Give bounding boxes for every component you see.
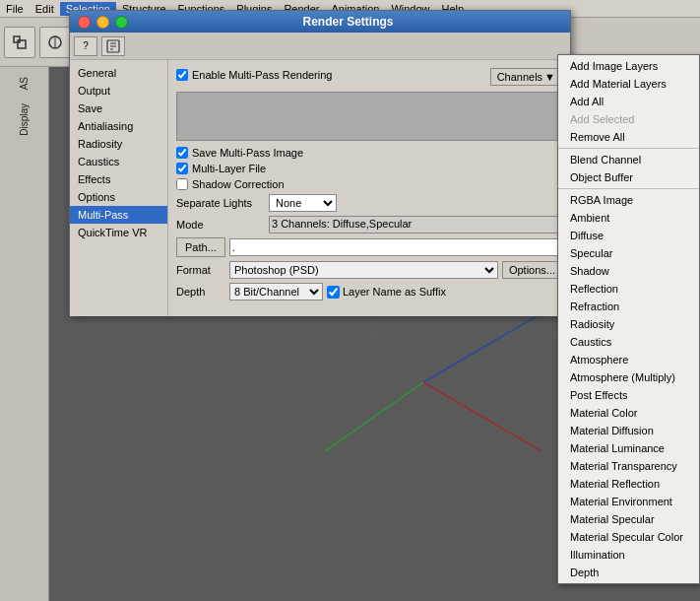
- render-window: Render Settings ? General Output Save An…: [69, 10, 571, 315]
- path-input[interactable]: [229, 238, 562, 256]
- format-row: Format Photoshop (PSD) TIFF PNG JPEG Opt…: [176, 261, 562, 279]
- save-multipass-checkbox[interactable]: [176, 147, 188, 159]
- window-title: Render Settings: [134, 15, 562, 29]
- menu-item-add-all[interactable]: Add All: [558, 93, 699, 110]
- menu-item-blend-channel[interactable]: Blend Channel: [558, 151, 699, 168]
- menu-item-refraction[interactable]: Refraction: [558, 298, 699, 315]
- menu-item-add-selected: Add Selected: [558, 110, 699, 128]
- menu-divider-5: [558, 148, 699, 149]
- nav-output[interactable]: Output: [70, 82, 167, 100]
- menu-item-atmosphere-multiply[interactable]: Atmosphere (Multiply): [558, 368, 699, 386]
- menu-item-add-image-layers[interactable]: Add Image Layers: [558, 57, 699, 75]
- window-body: General Output Save Antialiasing Radiosi…: [70, 60, 570, 316]
- menu-item-atmosphere[interactable]: Atmosphere: [558, 351, 699, 368]
- menu-item-edit[interactable]: Edit: [30, 2, 60, 16]
- side-tab-display[interactable]: Display: [16, 98, 32, 142]
- nav-general[interactable]: General: [70, 64, 167, 82]
- menu-item-post-effects[interactable]: Post Effects: [558, 386, 699, 404]
- layer-name-suffix-row: Layer Name as Suffix: [327, 286, 446, 299]
- format-label: Format: [176, 264, 225, 276]
- mode-label: Mode: [176, 219, 265, 231]
- svg-line-2: [423, 313, 541, 382]
- separate-lights-select[interactable]: None All Selected: [269, 194, 337, 212]
- nav-options[interactable]: Options: [70, 188, 167, 206]
- menu-item-file[interactable]: File: [0, 2, 30, 16]
- nav-multipass[interactable]: Multi-Pass: [70, 206, 167, 224]
- window-titlebar: Render Settings: [70, 11, 570, 33]
- separate-lights-row: Separate Lights None All Selected: [176, 194, 562, 212]
- nav-effects[interactable]: Effects: [70, 170, 167, 188]
- toolbar-btn-1[interactable]: [4, 27, 35, 58]
- header-row: Enable Multi-Pass Rendering Channels ▼: [176, 68, 562, 86]
- maximize-button[interactable]: [115, 16, 128, 29]
- win-tb-help[interactable]: ?: [74, 36, 97, 56]
- enable-multipass-row: Enable Multi-Pass Rendering: [176, 69, 332, 81]
- menu-item-remove-all[interactable]: Remove All: [558, 128, 699, 146]
- nav-antialiasing[interactable]: Antialiasing: [70, 117, 167, 135]
- menu-item-rgba-image[interactable]: RGBA Image: [558, 191, 699, 209]
- menu-item-diffuse[interactable]: Diffuse: [558, 227, 699, 244]
- nav-save[interactable]: Save: [70, 100, 167, 117]
- multilayer-label: Multi-Layer File: [192, 163, 266, 174]
- menu-item-material-color[interactable]: Material Color: [558, 404, 699, 422]
- save-multipass-label: Save Multi-Pass Image: [192, 147, 303, 159]
- menu-item-material-specular-color[interactable]: Material Specular Color: [558, 528, 699, 546]
- nav-radiosity[interactable]: Radiosity: [70, 135, 167, 153]
- format-select[interactable]: Photoshop (PSD) TIFF PNG JPEG: [229, 261, 498, 279]
- enable-multipass-label: Enable Multi-Pass Rendering: [192, 69, 332, 81]
- menu-item-radiosity[interactable]: Radiosity: [558, 315, 699, 333]
- shadow-correction-row: Shadow Correction: [176, 178, 562, 190]
- dropdown-menu: Add Image LayersAdd Material LayersAdd A…: [557, 54, 700, 584]
- menu-item-shadow[interactable]: Shadow: [558, 262, 699, 280]
- path-row: Path...: [176, 237, 562, 257]
- menu-divider-8: [558, 188, 699, 189]
- nav-quicktimevr[interactable]: QuickTime VR: [70, 224, 167, 241]
- window-toolbar: ?: [70, 33, 570, 60]
- side-tabs: AS Display: [0, 67, 49, 601]
- menu-item-reflection[interactable]: Reflection: [558, 280, 699, 298]
- menu-item-object-buffer[interactable]: Object Buffer: [558, 168, 699, 186]
- separate-lights-label: Separate Lights: [176, 197, 265, 209]
- enable-multipass-checkbox[interactable]: [176, 69, 188, 81]
- menu-item-caustics[interactable]: Caustics: [558, 333, 699, 351]
- menu-item-material-transparency[interactable]: Material Transparency: [558, 457, 699, 475]
- menu-item-material-specular[interactable]: Material Specular: [558, 510, 699, 528]
- menu-item-material-luminance[interactable]: Material Luminance: [558, 439, 699, 457]
- channels-button[interactable]: Channels ▼: [490, 68, 562, 86]
- depth-row: Depth 8 Bit/Channel 16 Bit/Channel 32 Bi…: [176, 283, 562, 300]
- depth-label: Depth: [176, 286, 225, 298]
- win-tb-info[interactable]: [101, 36, 125, 56]
- menu-item-ambient[interactable]: Ambient: [558, 209, 699, 227]
- menu-item-material-reflection[interactable]: Material Reflection: [558, 475, 699, 493]
- close-button[interactable]: [78, 16, 91, 29]
- multilayer-row: Multi-Layer File: [176, 163, 562, 174]
- main-content: Enable Multi-Pass Rendering Channels ▼ S…: [168, 60, 570, 316]
- layer-name-suffix-label: Layer Name as Suffix: [343, 286, 446, 298]
- save-multipass-row: Save Multi-Pass Image: [176, 147, 562, 159]
- menu-item-specular[interactable]: Specular: [558, 244, 699, 262]
- layer-name-suffix-checkbox[interactable]: [327, 286, 340, 299]
- toolbar-btn-2[interactable]: [39, 27, 71, 58]
- left-nav: General Output Save Antialiasing Radiosi…: [70, 60, 168, 316]
- shadow-correction-checkbox[interactable]: [176, 178, 188, 190]
- path-button[interactable]: Path...: [176, 237, 225, 257]
- shadow-correction-label: Shadow Correction: [192, 178, 285, 190]
- nav-caustics[interactable]: Caustics: [70, 153, 167, 170]
- minimize-button[interactable]: [96, 16, 109, 29]
- mode-value: 3 Channels: Diffuse,Specular: [269, 216, 562, 234]
- menu-item-depth[interactable]: Depth: [558, 564, 699, 581]
- depth-select[interactable]: 8 Bit/Channel 16 Bit/Channel 32 Bit/Chan…: [229, 283, 323, 300]
- menu-item-add-material-layers[interactable]: Add Material Layers: [558, 75, 699, 93]
- mode-row: Mode 3 Channels: Diffuse,Specular: [176, 216, 562, 234]
- options-button[interactable]: Options...: [502, 261, 562, 279]
- preview-area: [176, 92, 562, 141]
- side-tab-as[interactable]: AS: [16, 71, 32, 96]
- menu-item-material-environment[interactable]: Material Environment: [558, 493, 699, 510]
- multilayer-checkbox[interactable]: [176, 163, 188, 174]
- menu-item-illumination[interactable]: Illumination: [558, 546, 699, 564]
- menu-item-material-diffusion[interactable]: Material Diffusion: [558, 422, 699, 439]
